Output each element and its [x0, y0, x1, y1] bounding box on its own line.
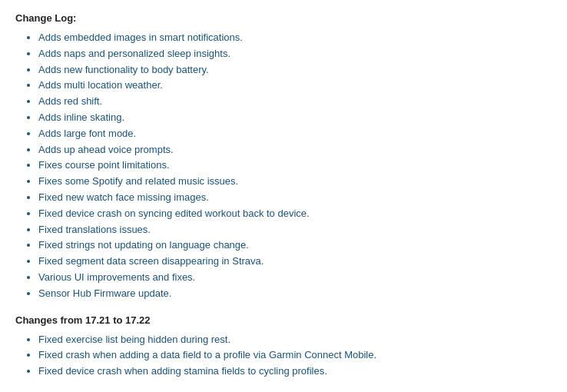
list-item: Adds red shift.	[38, 94, 552, 110]
changes-section: Changes from 17.21 to 17.22 Fixed exerci…	[15, 314, 552, 380]
list-item: Fixed new watch face missing images.	[38, 190, 552, 206]
list-item: Fixed segment data screen disappearing i…	[38, 254, 552, 270]
list-item: Fixed device crash on syncing edited wor…	[38, 206, 552, 222]
list-item: Adds new functionality to body battery.	[38, 62, 552, 78]
list-item: Adds multi location weather.	[38, 78, 552, 94]
list-item: Adds naps and personalized sleep insight…	[38, 46, 552, 62]
list-item: Fixed crash when adding a data field to …	[38, 347, 552, 364]
changelog-list: Adds embedded images in smart notificati…	[15, 30, 552, 302]
list-item: Fixes course point limitations.	[38, 158, 552, 174]
list-item: Adds inline skating.	[38, 110, 552, 126]
list-item: Adds embedded images in smart notificati…	[38, 30, 552, 46]
list-item: Fixed exercise list being hidden during …	[38, 332, 552, 348]
list-item: Adds large font mode.	[38, 126, 552, 142]
changes-list: Fixed exercise list being hidden during …	[15, 332, 552, 380]
list-item: Fixes some Spotify and related music iss…	[38, 174, 552, 190]
changes-title: Changes from 17.21 to 17.22	[15, 314, 552, 326]
list-item: Adds up ahead voice prompts.	[38, 142, 552, 158]
list-item: Fixed strings not updating on language c…	[38, 238, 552, 254]
list-item: Fixed device crash when adding stamina f…	[38, 364, 552, 380]
changelog-title: Change Log:	[15, 12, 552, 24]
list-item: Fixed translations issues.	[38, 222, 552, 238]
changelog-section: Change Log: Adds embedded images in smar…	[15, 12, 552, 302]
list-item: Sensor Hub Firmware update.	[38, 286, 552, 302]
list-item: Various UI improvements and fixes.	[38, 270, 552, 286]
